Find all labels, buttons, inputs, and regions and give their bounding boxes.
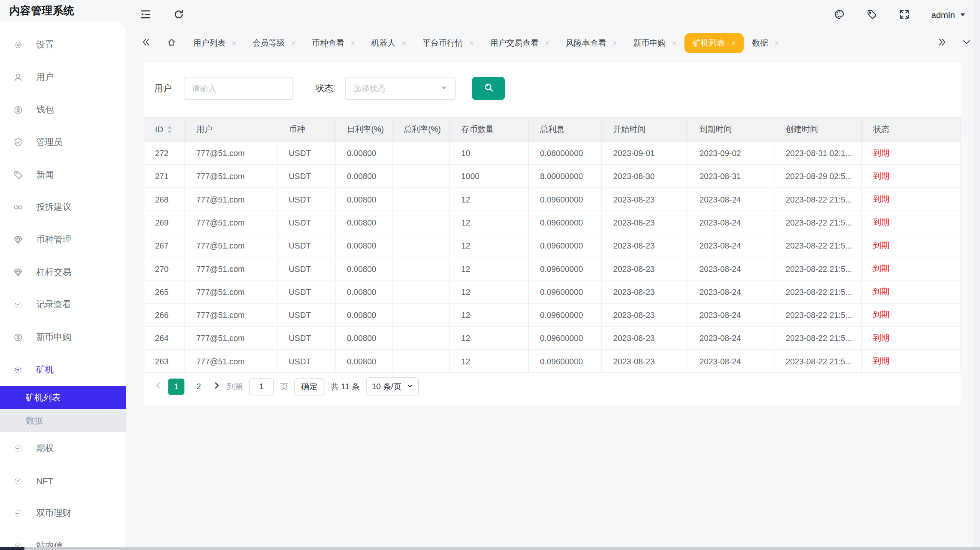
vertical-scrollbar[interactable] bbox=[974, 0, 980, 547]
confirm-button[interactable]: 确定 bbox=[294, 378, 324, 395]
sidebar-item-label: NFT bbox=[36, 476, 53, 486]
table-header: ID 用户 币种 日利率(%) bbox=[144, 117, 960, 142]
select-caret-icon bbox=[441, 84, 447, 93]
tab[interactable]: 平台币行情 × bbox=[414, 33, 482, 53]
close-tab-icon[interactable]: × bbox=[351, 40, 355, 47]
cell-end-time: 2023-08-24 bbox=[688, 349, 774, 372]
sidebar-item-label: 管理员 bbox=[36, 137, 62, 148]
sidebar-item[interactable]: NFT bbox=[0, 465, 126, 497]
cell-end-time: 2023-08-31 bbox=[688, 165, 774, 188]
sidebar-item[interactable]: 投拆建议 bbox=[0, 191, 126, 224]
tag-tool-button[interactable] bbox=[866, 8, 877, 21]
page: 内容管理系统 设置 用户 钱包 管 bbox=[0, 0, 980, 550]
close-tab-icon[interactable]: × bbox=[612, 40, 617, 47]
tabs-scroll-left-button[interactable] bbox=[141, 37, 150, 49]
cell-status: 到期 bbox=[861, 188, 960, 211]
page-button-1[interactable]: 1 bbox=[168, 378, 184, 394]
sidebar-submenu-item[interactable]: 矿机列表 bbox=[0, 386, 126, 409]
sidebar-item-label: 币种管理 bbox=[36, 234, 71, 245]
select-chevron-down-icon bbox=[407, 382, 413, 391]
tag-icon bbox=[866, 8, 877, 21]
tab[interactable]: 风险率查看 × bbox=[558, 33, 625, 53]
jump-page-input[interactable]: 1 bbox=[249, 378, 274, 395]
close-tab-icon[interactable]: × bbox=[672, 40, 676, 47]
sidebar-submenu-item[interactable]: 数据 bbox=[0, 409, 126, 432]
collapse-sidebar-button[interactable] bbox=[140, 8, 151, 21]
tab[interactable]: 会员等级 × bbox=[244, 33, 304, 53]
status-filter-placeholder: 选择状态 bbox=[353, 83, 386, 94]
fullscreen-icon bbox=[899, 8, 910, 21]
fullscreen-button[interactable] bbox=[899, 8, 910, 21]
sidebar-item[interactable]: 设置 bbox=[0, 29, 126, 61]
sidebar-item[interactable]: 管理员 bbox=[0, 126, 126, 159]
search-button[interactable] bbox=[472, 77, 505, 100]
cell-amount: 12 bbox=[450, 326, 528, 349]
next-page-button[interactable] bbox=[213, 382, 221, 391]
table-row: 267 777@51.com USDT 0.00800 12 0.0960000… bbox=[144, 234, 960, 257]
tab-label: 风险率查看 bbox=[566, 38, 606, 49]
close-tab-icon[interactable]: × bbox=[731, 40, 736, 47]
page-button-2[interactable]: 2 bbox=[191, 378, 207, 394]
tab[interactable]: 用户交易查看 × bbox=[482, 33, 558, 53]
user-filter-input[interactable]: 请输入 bbox=[184, 77, 293, 100]
tab[interactable]: 矿机列表 × bbox=[685, 33, 744, 53]
sort-icon[interactable] bbox=[167, 125, 173, 133]
sidebar-item[interactable]: 新闻 bbox=[0, 159, 126, 191]
sidebar-item[interactable]: 用户 bbox=[0, 61, 126, 94]
column-header-id[interactable]: ID bbox=[144, 117, 185, 142]
chevron-down-icon bbox=[962, 37, 971, 49]
cell-end-time: 2023-08-24 bbox=[688, 280, 774, 303]
sidebar-item[interactable]: 记录查看 bbox=[0, 289, 126, 321]
cell-coin: USDT bbox=[277, 303, 335, 326]
sidebar-item[interactable]: 钱包 bbox=[0, 94, 126, 126]
table-body: 272 777@51.com USDT 0.00800 10 0.0800000… bbox=[144, 142, 960, 373]
dial-icon bbox=[13, 300, 23, 310]
tabs-menu-button[interactable] bbox=[962, 37, 971, 49]
cell-start-time: 2023-08-23 bbox=[602, 211, 688, 234]
user-menu[interactable]: admin bbox=[931, 10, 966, 20]
cell-total-rate bbox=[392, 211, 450, 234]
close-tab-icon[interactable]: × bbox=[774, 40, 779, 47]
close-tab-icon[interactable]: × bbox=[469, 40, 474, 47]
cell-id: 270 bbox=[144, 257, 185, 280]
status-filter-select[interactable]: 选择状态 bbox=[345, 77, 455, 100]
page-size-select[interactable]: 10 条/页 bbox=[366, 377, 419, 395]
tab[interactable]: 数据 × bbox=[744, 33, 787, 53]
tab[interactable]: 用户列表 × bbox=[185, 33, 244, 53]
cell-user: 777@51.com bbox=[185, 211, 277, 234]
theme-button[interactable] bbox=[834, 8, 845, 21]
horizontal-scrollbar-thumb[interactable] bbox=[0, 547, 25, 550]
sidebar-item[interactable]: 双币理财 bbox=[0, 497, 126, 530]
cell-created-time: 2023-08-22 21:5... bbox=[774, 234, 861, 257]
cell-daily-rate: 0.00800 bbox=[335, 211, 392, 234]
column-header-interest: 总利息 bbox=[528, 117, 602, 142]
sidebar-item[interactable]: 币种管理 bbox=[0, 224, 126, 256]
tab[interactable]: 币种查看 × bbox=[304, 33, 363, 53]
tab-list: 用户列表 × 会员等级 × 币种查看 × 机器人 × 平台币行情 bbox=[185, 33, 932, 53]
sidebar-item[interactable]: 杠杆交易 bbox=[0, 256, 126, 289]
cell-id: 263 bbox=[144, 349, 185, 372]
home-tab-button[interactable] bbox=[167, 37, 176, 49]
close-tab-icon[interactable]: × bbox=[402, 40, 406, 47]
close-tab-icon[interactable]: × bbox=[545, 40, 549, 47]
sidebar-item[interactable]: 矿机 bbox=[0, 354, 126, 386]
tab[interactable]: 机器人 × bbox=[363, 33, 414, 53]
refresh-button[interactable] bbox=[173, 8, 184, 21]
search-icon bbox=[483, 82, 494, 95]
cell-interest: 8.00000000 bbox=[528, 165, 602, 188]
cell-status: 到期 bbox=[861, 303, 960, 326]
sidebar-item[interactable]: 新币申购 bbox=[0, 321, 126, 354]
prev-page-button[interactable] bbox=[154, 382, 162, 391]
sidebar-item-label: 期权 bbox=[36, 443, 54, 454]
cell-interest: 0.09600000 bbox=[528, 257, 602, 280]
tab-label: 用户列表 bbox=[193, 38, 226, 49]
tab-label: 平台币行情 bbox=[422, 38, 463, 49]
close-tab-icon[interactable]: × bbox=[291, 40, 295, 47]
sidebar-item[interactable]: 期权 bbox=[0, 432, 126, 465]
tabs-scroll-right-button[interactable] bbox=[937, 37, 947, 49]
horizontal-scrollbar[interactable] bbox=[0, 547, 980, 550]
cell-created-time: 2023-08-22 21:5... bbox=[774, 280, 861, 303]
tab-label: 用户交易查看 bbox=[490, 38, 539, 49]
tab[interactable]: 新币申购 × bbox=[625, 33, 685, 53]
close-tab-icon[interactable]: × bbox=[232, 40, 236, 47]
